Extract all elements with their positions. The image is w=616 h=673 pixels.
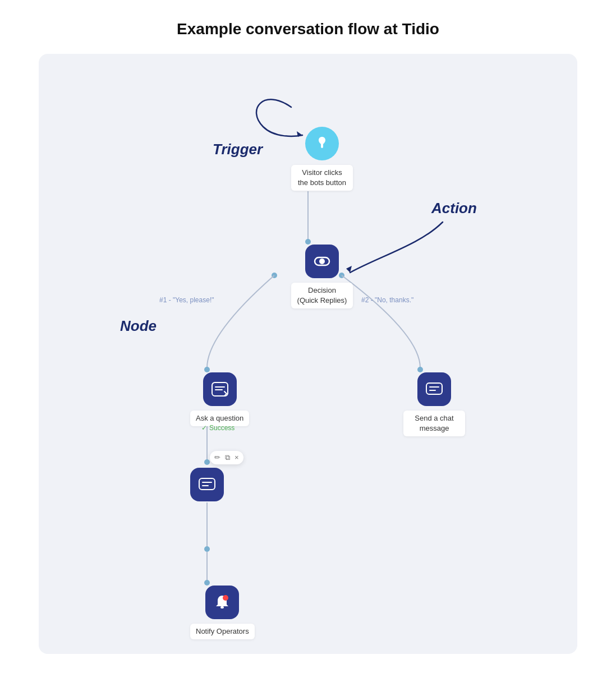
close-icon[interactable]: ×: [235, 453, 239, 462]
svg-point-10: [204, 546, 210, 552]
decision-node: Decision (Quick Replies): [291, 245, 353, 308]
svg-rect-20: [426, 383, 442, 394]
svg-point-27: [223, 595, 228, 601]
trigger-icon: [305, 127, 339, 160]
svg-point-5: [204, 367, 210, 372]
edit-icon[interactable]: ✏: [214, 453, 220, 462]
node-toolbar: ✏ ⧉ ×: [210, 451, 243, 464]
ask-question-icon: [203, 372, 237, 406]
notify-operators-node: Notify Operators: [190, 586, 255, 639]
notify-label: Notify Operators: [190, 624, 255, 639]
svg-point-8: [204, 459, 210, 465]
mid-chat-icon: [190, 468, 224, 501]
page-title: Example conversation flow at Tidio: [177, 20, 439, 38]
path1-label: #1 - "Yes, please!": [159, 296, 214, 304]
send-chat-right-node: Send a chat message: [403, 372, 465, 436]
svg-rect-23: [199, 478, 215, 490]
trigger-node: Visitor clicks the bots button: [291, 127, 353, 191]
diagram-container: Visitor clicks the bots button Trigger D…: [39, 54, 577, 654]
success-label: ✓ Success: [201, 424, 235, 432]
send-chat-right-icon: [417, 372, 451, 406]
decision-label: Decision (Quick Replies): [291, 283, 353, 308]
svg-point-12: [204, 580, 210, 586]
mid-chat-node: ✏ ⧉ ×: [190, 468, 224, 501]
path2-label: #2 - "No, thanks.": [361, 296, 413, 304]
svg-point-2: [305, 239, 311, 245]
node-annotation: Node: [120, 317, 157, 335]
action-annotation: Action: [431, 200, 477, 217]
trigger-label: Visitor clicks the bots button: [291, 165, 353, 191]
svg-point-14: [320, 139, 324, 142]
trigger-annotation: Trigger: [213, 141, 263, 158]
copy-icon[interactable]: ⧉: [225, 453, 230, 462]
ask-question-node: Ask a question: [190, 372, 249, 426]
svg-point-16: [319, 259, 325, 264]
notify-icon: [205, 586, 239, 619]
svg-rect-26: [220, 606, 224, 609]
svg-point-3: [272, 273, 277, 278]
svg-point-6: [417, 367, 423, 372]
send-chat-right-label: Send a chat message: [403, 411, 465, 436]
decision-icon: [305, 245, 339, 278]
